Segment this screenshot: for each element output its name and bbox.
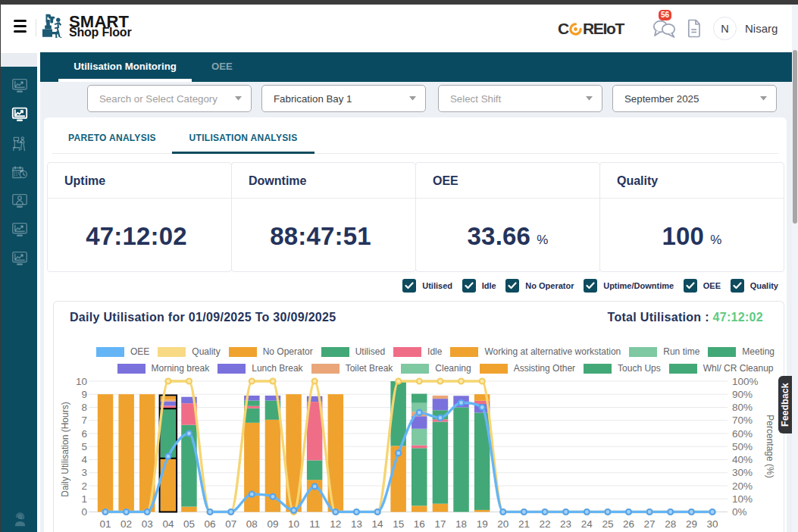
svg-text:26: 26	[623, 518, 634, 530]
svg-text:9: 9	[81, 389, 87, 400]
svg-text:06: 06	[205, 518, 216, 530]
svg-text:5: 5	[81, 441, 87, 452]
svg-text:07: 07	[225, 518, 236, 530]
svg-text:25: 25	[602, 518, 613, 530]
svg-text:2: 2	[81, 480, 87, 492]
svg-text:0%: 0%	[732, 506, 747, 518]
svg-text:09: 09	[267, 518, 278, 530]
svg-text:15: 15	[393, 518, 404, 530]
svg-text:03: 03	[142, 518, 153, 530]
svg-text:01: 01	[99, 518, 111, 530]
svg-text:Daily Utilisation (Hours): Daily Utilisation (Hours)	[60, 402, 70, 496]
svg-text:11: 11	[309, 518, 320, 530]
svg-text:22: 22	[539, 518, 550, 530]
svg-text:30: 30	[706, 518, 718, 530]
svg-text:24: 24	[581, 518, 593, 530]
svg-text:28: 28	[665, 518, 676, 530]
svg-text:90%: 90%	[732, 389, 753, 400]
svg-text:27: 27	[644, 518, 656, 530]
svg-text:18: 18	[455, 518, 467, 530]
svg-text:29: 29	[686, 518, 697, 530]
svg-text:50%: 50%	[732, 441, 753, 452]
svg-text:10%: 10%	[732, 493, 753, 505]
svg-text:20%: 20%	[732, 480, 753, 492]
svg-text:19: 19	[477, 518, 488, 530]
svg-text:60%: 60%	[732, 428, 753, 440]
svg-text:05: 05	[183, 518, 195, 530]
svg-text:30%: 30%	[732, 467, 753, 478]
svg-text:02: 02	[120, 518, 132, 530]
svg-text:10: 10	[288, 518, 299, 530]
svg-text:21: 21	[518, 518, 530, 530]
svg-text:12: 12	[330, 518, 341, 530]
svg-text:08: 08	[246, 518, 258, 530]
svg-text:20: 20	[497, 518, 509, 530]
svg-text:4: 4	[81, 454, 87, 465]
svg-text:7: 7	[81, 415, 87, 426]
svg-text:0: 0	[81, 506, 87, 518]
svg-text:70%: 70%	[732, 415, 753, 426]
svg-text:17: 17	[434, 518, 446, 530]
svg-text:8: 8	[81, 402, 87, 413]
svg-text:04: 04	[162, 518, 174, 530]
svg-text:100%: 100%	[732, 376, 759, 387]
svg-text:6: 6	[81, 428, 87, 440]
svg-text:16: 16	[414, 518, 425, 530]
svg-text:80%: 80%	[732, 402, 753, 413]
svg-text:Percentage (%): Percentage (%)	[765, 415, 775, 477]
svg-text:3: 3	[81, 467, 87, 478]
svg-text:40%: 40%	[732, 454, 753, 465]
svg-text:23: 23	[560, 518, 571, 530]
svg-text:10: 10	[76, 376, 87, 387]
svg-text:1: 1	[81, 493, 87, 505]
svg-text:14: 14	[372, 518, 384, 530]
svg-text:13: 13	[351, 518, 362, 530]
